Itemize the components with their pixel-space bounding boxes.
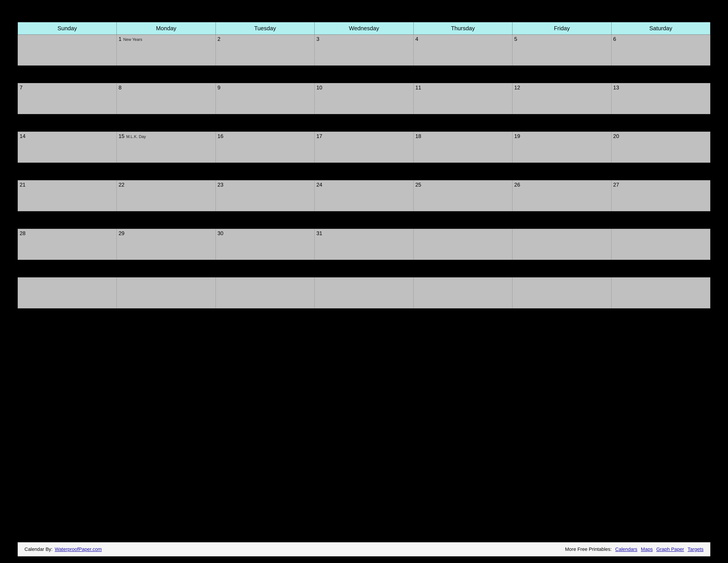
day-cell: 22 [117,180,216,211]
day-cell: 8 [117,83,216,114]
day-number: 15 [118,133,124,139]
day-number: 23 [218,182,223,188]
header-cell-monday: Monday [117,22,216,35]
targets-link[interactable]: Targets [688,546,704,552]
day-number: 6 [613,36,616,42]
day-cell: 18 [413,132,512,163]
day-cell: 15M.L.K. Day [117,132,216,163]
spacer-cell [18,114,710,132]
header-cell-tuesday: Tuesday [216,22,314,35]
day-number: 2 [218,36,220,42]
day-number: 9 [218,85,220,91]
week-row-4: 28293031 [18,229,710,260]
day-cell [216,277,314,309]
header-cell-thursday: Thursday [413,22,512,35]
day-cell: 16 [216,132,314,163]
day-number: 26 [514,182,520,188]
footer: Calendar By: WaterproofPaper.com More Fr… [18,542,710,556]
day-cell: 14 [18,132,117,163]
day-cell: 21 [18,180,117,211]
footer-right: More Free Printables: Calendars Maps Gra… [565,546,704,552]
day-number: 24 [316,182,322,188]
day-number: 11 [415,85,421,91]
day-cell [315,277,413,309]
day-number: 21 [20,182,26,188]
day-number: 31 [316,230,322,236]
footer-left: Calendar By: WaterproofPaper.com [24,546,102,552]
day-number: 27 [613,182,619,188]
more-free-printables-label: More Free Printables: [565,546,612,552]
maps-link[interactable]: Maps [641,546,653,552]
day-cell: 7 [18,83,117,114]
day-cell [413,229,512,260]
day-number: 30 [218,230,223,236]
spacer-row [18,114,710,132]
day-cell [512,229,611,260]
day-cell: 29 [117,229,216,260]
day-number: 8 [118,85,121,91]
calendar-container: SundayMondayTuesdayWednesdayThursdayFrid… [18,22,710,309]
spacer-row [18,260,710,277]
day-cell [611,277,710,309]
day-cell: 12 [512,83,611,114]
day-number: 12 [514,85,520,91]
week-row-2: 1415M.L.K. Day1617181920 [18,132,710,163]
week-row-1: 78910111213 [18,83,710,114]
day-number: 20 [613,133,619,139]
week-row-3: 21222324252627 [18,180,710,211]
day-cell: 9 [216,83,314,114]
spacer-cell [18,66,710,83]
day-cell: 13 [611,83,710,114]
day-cell: 19 [512,132,611,163]
day-cell: 1New Years [117,35,216,66]
day-number: 29 [118,230,124,236]
day-cell: 10 [315,83,413,114]
day-number: 4 [415,36,418,42]
day-cell: 2 [216,35,314,66]
day-cell: 3 [315,35,413,66]
spacer-row [18,66,710,83]
day-number: 28 [20,230,26,236]
calendar-by-label: Calendar By: [24,546,53,552]
waterproofpaper-link[interactable]: WaterproofPaper.com [55,546,102,552]
holiday-label: New Years [123,37,142,42]
day-number: 10 [316,85,322,91]
header-cell-saturday: Saturday [611,22,710,35]
day-cell [413,277,512,309]
day-cell: 30 [216,229,314,260]
calendars-link[interactable]: Calendars [615,546,637,552]
graph-paper-link[interactable]: Graph Paper [656,546,684,552]
week-row-0: 1New Years23456 [18,35,710,66]
day-number: 25 [415,182,421,188]
day-number: 22 [118,182,124,188]
day-number: 19 [514,133,520,139]
day-cell: 4 [413,35,512,66]
day-number: 13 [613,85,619,91]
day-cell: 5 [512,35,611,66]
day-number: 14 [20,133,26,139]
week-row-5 [18,277,710,309]
day-number: 7 [20,85,23,91]
header-cell-friday: Friday [512,22,611,35]
day-cell: 17 [315,132,413,163]
spacer-row [18,163,710,180]
header-cell-wednesday: Wednesday [315,22,413,35]
day-cell: 27 [611,180,710,211]
spacer-row [18,211,710,229]
day-cell [512,277,611,309]
day-cell: 20 [611,132,710,163]
day-number: 16 [218,133,223,139]
day-cell: 28 [18,229,117,260]
day-cell [117,277,216,309]
spacer-cell [18,163,710,180]
day-number: 17 [316,133,322,139]
day-cell: 31 [315,229,413,260]
day-cell: 26 [512,180,611,211]
day-cell: 25 [413,180,512,211]
day-number: 1 [118,36,121,42]
day-number: 3 [316,36,319,42]
spacer-cell [18,211,710,229]
day-cell: 11 [413,83,512,114]
day-cell [611,229,710,260]
day-cell: 24 [315,180,413,211]
